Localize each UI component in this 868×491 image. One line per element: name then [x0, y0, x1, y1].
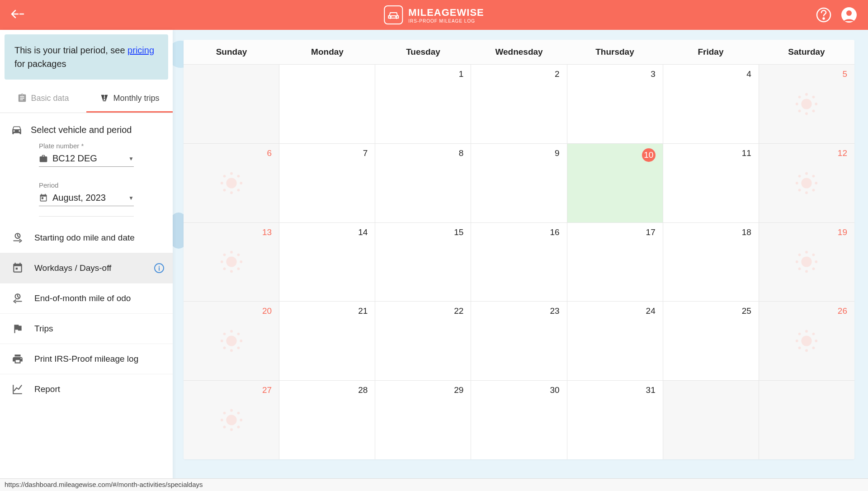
- day-number: 2: [555, 69, 560, 79]
- svg-point-16: [798, 109, 801, 112]
- day-number: 29: [454, 385, 463, 395]
- day-number: 30: [550, 385, 559, 395]
- calendar-cell[interactable]: 3: [567, 65, 663, 143]
- calendar-cell[interactable]: 17: [567, 223, 663, 302]
- calendar-icon: [39, 194, 48, 203]
- svg-point-30: [796, 182, 798, 184]
- calendar-cell[interactable]: 30: [471, 381, 567, 459]
- calendar-cell[interactable]: 26: [759, 302, 854, 380]
- calendar-cell[interactable]: 31: [567, 381, 663, 459]
- calendar-cell[interactable]: [184, 65, 279, 143]
- calendar-cell[interactable]: 22: [375, 302, 471, 380]
- menu-report[interactable]: Report: [0, 374, 173, 404]
- day-number: 21: [358, 306, 368, 316]
- calendar-cell[interactable]: 14: [279, 223, 375, 302]
- svg-point-33: [812, 175, 815, 177]
- svg-point-54: [226, 336, 236, 346]
- calendar-cell[interactable]: 21: [279, 302, 375, 380]
- calendar-row: 20212223242526: [184, 302, 854, 381]
- svg-point-74: [230, 428, 233, 431]
- day-number: 9: [555, 148, 560, 158]
- sidebar: This is your trial period, see pricing f…: [0, 30, 173, 491]
- svg-point-62: [237, 347, 240, 349]
- period-value: August, 2023: [52, 193, 124, 203]
- calendar-cell[interactable]: 1: [375, 65, 471, 143]
- pricing-link[interactable]: pricing: [127, 45, 154, 55]
- calendar-cell[interactable]: 20: [184, 302, 279, 380]
- plate-label: Plate number *: [39, 142, 134, 150]
- calendar-cell[interactable]: 19: [759, 223, 854, 302]
- calendar-cell[interactable]: 15: [375, 223, 471, 302]
- account-icon[interactable]: [841, 7, 857, 23]
- calendar-cell[interactable]: 2: [471, 65, 567, 143]
- tab-monthly-trips[interactable]: Monthly trips: [86, 85, 173, 113]
- calendar-cell[interactable]: 16: [471, 223, 567, 302]
- calendar-cell[interactable]: 18: [663, 223, 759, 302]
- svg-point-12: [796, 103, 798, 105]
- svg-point-67: [815, 340, 818, 342]
- calendar-day-header: Sunday: [184, 40, 279, 64]
- svg-point-26: [237, 189, 240, 191]
- info-icon[interactable]: [154, 263, 165, 274]
- svg-point-59: [223, 333, 226, 335]
- clipboard-icon: [17, 93, 27, 103]
- tab-basic-data[interactable]: Basic data: [0, 85, 86, 113]
- day-number: 26: [838, 306, 847, 316]
- menu-label: Print IRS-Proof mileage log: [34, 354, 138, 364]
- calendar-cell[interactable]: 28: [279, 381, 375, 459]
- period-group: Period August, 2023 ▼: [0, 181, 173, 210]
- menu-end-odo[interactable]: End-of-month mile of odo: [0, 283, 173, 314]
- calendar-cell[interactable]: 7: [279, 144, 375, 222]
- period-select[interactable]: August, 2023 ▼: [39, 190, 134, 206]
- svg-point-51: [812, 254, 815, 256]
- calendar-cell[interactable]: 13: [184, 223, 279, 302]
- day-number: 10: [642, 148, 656, 162]
- day-number: 16: [550, 227, 559, 237]
- brand-title: MILEAGEWISE: [408, 7, 484, 19]
- menu-print[interactable]: Print IRS-Proof mileage log: [0, 344, 173, 374]
- svg-point-18: [226, 178, 236, 188]
- calendar-cell[interactable]: [759, 381, 854, 459]
- svg-point-13: [815, 103, 818, 105]
- plate-number-group: Plate number * BC12 DEG ▼: [0, 142, 173, 170]
- chevron-down-icon: ▼: [128, 195, 134, 201]
- svg-point-76: [240, 419, 242, 421]
- calendar-cell[interactable]: 23: [471, 302, 567, 380]
- svg-point-0: [390, 16, 391, 17]
- day-number: 3: [651, 69, 656, 79]
- calendar-cell[interactable]: 4: [663, 65, 759, 143]
- back-arrow-icon[interactable]: [11, 9, 24, 21]
- day-number: 19: [838, 227, 847, 237]
- day-number: 12: [838, 148, 847, 158]
- svg-point-31: [815, 182, 818, 184]
- day-number: 6: [267, 148, 272, 158]
- calendar-cell[interactable]: 29: [375, 381, 471, 459]
- calendar-cell[interactable]: 9: [471, 144, 567, 222]
- plate-select[interactable]: BC12 DEG ▼: [39, 151, 134, 167]
- menu-starting-odo[interactable]: Starting odo mile and date: [0, 223, 173, 253]
- svg-point-47: [806, 270, 808, 273]
- svg-point-64: [806, 330, 808, 333]
- calendar-cell[interactable]: 11: [663, 144, 759, 222]
- help-icon[interactable]: [816, 7, 832, 23]
- day-number: 23: [550, 306, 559, 316]
- calendar-cell[interactable]: 8: [375, 144, 471, 222]
- calendar-cell[interactable]: 5: [759, 65, 854, 143]
- menu-workdays[interactable]: Workdays / Days-off: [0, 253, 173, 283]
- calendar-day-header: Saturday: [759, 40, 854, 64]
- calendar-cell[interactable]: 12: [759, 144, 854, 222]
- day-number: 27: [262, 385, 272, 395]
- svg-point-29: [806, 191, 808, 194]
- svg-point-72: [226, 415, 236, 425]
- menu-trips[interactable]: Trips: [0, 314, 173, 344]
- calendar-cell[interactable]: 24: [567, 302, 663, 380]
- calendar-cell[interactable]: [279, 65, 375, 143]
- calendar-cell[interactable]: 10: [567, 144, 663, 222]
- calendar-day-header: Wednesday: [471, 40, 567, 64]
- calendar-cell[interactable]: 27: [184, 381, 279, 459]
- calendar-cell[interactable]: 6: [184, 144, 279, 222]
- calendar-cell[interactable]: [663, 381, 759, 459]
- svg-point-20: [230, 191, 233, 194]
- svg-point-42: [237, 254, 240, 256]
- calendar-cell[interactable]: 25: [663, 302, 759, 380]
